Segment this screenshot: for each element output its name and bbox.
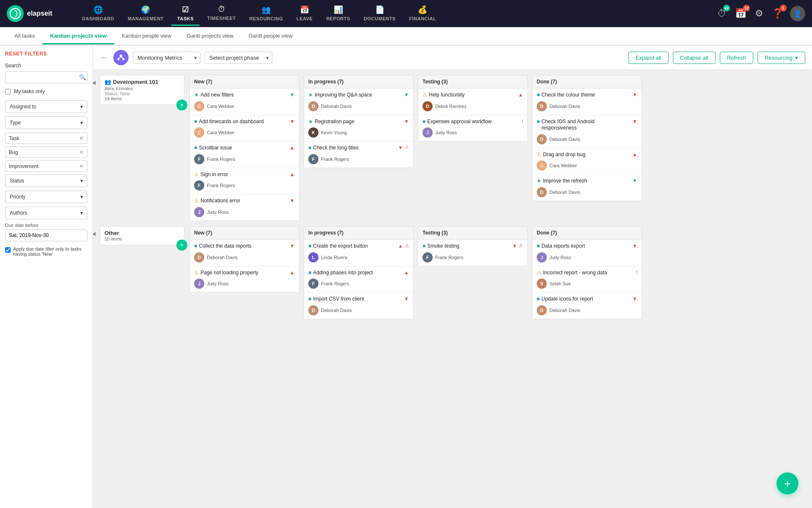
task-card-0-0-4[interactable]: ⚠Notifications error▼JJudy Ross	[190, 194, 299, 221]
help-button[interactable]: ❓ 1	[770, 6, 785, 21]
tab-gantt-people[interactable]: Gantt people view	[241, 28, 300, 44]
task-card-0-0-2[interactable]: ■Scrollbar issue▲FFrank Rogers	[190, 141, 299, 168]
task-card-0-2-1[interactable]: ■Expenses approval workflow!JJudy Ross	[418, 115, 527, 141]
assignee-row-1-0-0: DDeborah Davis	[194, 252, 295, 262]
nav-financial[interactable]: 💰 FINANCIAL	[403, 2, 442, 26]
assignee-name-0-1-1: Kevin Young	[321, 130, 347, 135]
resourcing-button[interactable]: Resourcing ▾	[757, 52, 805, 64]
svg-point-2	[118, 58, 120, 61]
my-tasks-checkbox[interactable]	[5, 89, 11, 94]
task-card-0-1-1[interactable]: ★Registration page▼KKevin Young	[304, 115, 413, 142]
priority-filter[interactable]: Priority ▾	[5, 190, 88, 203]
type-filter[interactable]: Type ▾	[5, 116, 88, 129]
col-header-1-2: Testing (3)	[418, 226, 528, 239]
col-cards-0-0: ★Add new filters▼CCara Webber■Add timeca…	[189, 88, 299, 221]
clock-badge-button[interactable]: ⏱ 42	[716, 6, 728, 21]
task-card-1-3-1[interactable]: ⚠Incorrect report - wrong data!SSelah Su…	[532, 266, 642, 293]
nav-reports[interactable]: 📊 REPORTS	[320, 2, 356, 26]
assignee-name-0-1-0: Deborah Davis	[321, 104, 352, 109]
phase-select-wrapper[interactable]: Select project phase	[205, 52, 272, 64]
group-title-1: Other	[104, 230, 180, 236]
add-group-button-0[interactable]: +	[176, 99, 187, 110]
remove-improvement-tag[interactable]: ✕	[79, 163, 84, 169]
task-card-1-2-0[interactable]: ■Smoke testing▼⚠FFrank Rogers	[418, 240, 527, 266]
due-date-input[interactable]	[5, 229, 88, 241]
financial-icon: 💰	[418, 5, 428, 14]
tab-kanban-people[interactable]: Kanban people view	[114, 28, 179, 44]
nav-leave[interactable]: 📅 LEAVE	[291, 2, 318, 26]
main-layout: RESET FILTERS Search 🔍 My tasks only Ass…	[0, 46, 812, 508]
user-avatar[interactable]: 👤	[790, 6, 805, 21]
tab-gantt-projects[interactable]: Gantt projects view	[179, 28, 241, 44]
nav-resourcing[interactable]: 👥 RESOURCING	[243, 2, 289, 26]
search-input[interactable]	[5, 72, 76, 83]
status-filter[interactable]: Status ▾	[5, 174, 88, 187]
task-card-1-1-2[interactable]: ■Import CSV from client▼DDeborah Davis	[304, 293, 413, 319]
priority-icon-0-1-0: ▼	[404, 92, 409, 98]
nav-dashboard[interactable]: 🌐 DASHBOARD	[76, 2, 120, 26]
assignee-name-1-3-1: Selah Sue	[549, 281, 571, 286]
task-card-0-1-0[interactable]: ★Improving the Q&A space▼DDeborah Davis	[304, 88, 413, 115]
task-card-0-3-2[interactable]: ⚠Drag and drop bug▲CCara Webber	[532, 148, 642, 175]
collapse-arrow-0[interactable]: ◀	[93, 80, 96, 86]
back-arrow[interactable]: ←	[100, 53, 107, 62]
task-card-1-1-0[interactable]: ■Create the export button▲⚠LLinda Rivera	[304, 240, 413, 266]
assignee-avatar-1-3-2: D	[537, 305, 547, 315]
clock-badge: 42	[723, 5, 730, 11]
content-area: ← Monitoring Metrics Select project phas…	[93, 46, 812, 508]
assignee-avatar-0-3-2: C	[537, 160, 547, 171]
priority-icon-0-3-1: ▼	[632, 119, 637, 124]
task-type-icon-1-3-2: ■	[537, 296, 540, 302]
priority-icon-0-0-0: ▼	[290, 92, 295, 98]
nav-timesheet[interactable]: ⏱ TIMESHEET	[201, 2, 241, 25]
task-card-0-3-3[interactable]: ★Improve the refresh▼DDeborah Davis	[532, 174, 642, 201]
task-card-1-0-1[interactable]: ⚠Page not loading properly▲JJudy Ross	[190, 266, 299, 293]
nav-management[interactable]: 🌍 MANAGEMENT	[122, 2, 170, 26]
col-cards-0-1: ★Improving the Q&A space▼DDeborah Davis★…	[304, 88, 414, 168]
task-card-1-1-1[interactable]: ■Adding phases into project▲FFrank Roger…	[304, 266, 413, 293]
task-card-1-0-0[interactable]: ■Collect the data reports▼DDeborah Davis	[190, 240, 299, 266]
authors-filter[interactable]: Authors ▾	[5, 207, 88, 219]
add-group-button-1[interactable]: +	[176, 240, 187, 251]
task-type-icon-1-3-1: ⚠	[537, 270, 541, 276]
task-card-0-0-0[interactable]: ★Add new filters▼CCara Webber	[190, 88, 299, 115]
assigned-to-filter[interactable]: Assigned to ▾	[5, 100, 88, 113]
task-card-1-3-0[interactable]: ■Data reports export▼JJudy Ross	[532, 240, 642, 266]
kanban-row-1: ◀Other10 items+New (7)■Collect the data …	[100, 226, 805, 319]
search-button[interactable]: 🔍	[76, 72, 88, 83]
task-title-text-1-0-0: Collect the data reports	[199, 243, 288, 250]
task-card-0-0-3[interactable]: ⚠Sign in error▲FFrank Rogers	[190, 168, 299, 195]
apply-filter-label[interactable]: Apply due date filter only to tasks havi…	[13, 246, 88, 257]
collapse-all-button[interactable]: Collapse all	[673, 52, 716, 64]
reset-filters-button[interactable]: RESET FILTERS	[5, 51, 88, 57]
logo-area[interactable]: elapseit	[7, 5, 66, 22]
expand-all-button[interactable]: Expand all	[628, 52, 669, 64]
priority-icon-0-0-4: ▼	[290, 198, 295, 204]
refresh-button[interactable]: Refresh	[720, 52, 754, 64]
remove-bug-tag[interactable]: ✕	[79, 149, 84, 155]
task-card-0-3-0[interactable]: ■Check the colour theme▼DDeborah Davis	[532, 88, 642, 115]
fab-add-button[interactable]: +	[776, 472, 798, 494]
nav-documents[interactable]: 📄 DOCUMENTS	[358, 2, 401, 26]
calendar-badge-button[interactable]: 📅 12	[733, 6, 748, 21]
apply-filter-row: Apply due date filter only to tasks havi…	[5, 246, 88, 257]
collapse-arrow-1[interactable]: ◀	[93, 231, 96, 237]
nav-tasks[interactable]: ☑ TASKS	[171, 2, 200, 26]
task-card-0-1-2[interactable]: ■Check the long titles▼⚠FFrank Rogers	[304, 141, 413, 168]
tab-kanban-projects[interactable]: Kanban projects view	[42, 28, 114, 44]
calendar-badge: 12	[743, 5, 750, 11]
task-card-0-2-0[interactable]: ⚠Help functionlity▲DDebra Ramirez	[418, 88, 527, 115]
project-select[interactable]: Monitoring Metrics	[133, 52, 200, 64]
assignee-row-0-0-2: FFrank Rogers	[194, 154, 295, 164]
project-select-wrapper[interactable]: Monitoring Metrics	[133, 52, 200, 64]
phase-select[interactable]: Select project phase	[205, 52, 272, 64]
remove-task-tag[interactable]: ✕	[79, 135, 84, 141]
tab-all-tasks[interactable]: All tasks	[7, 28, 42, 44]
task-card-0-0-1[interactable]: ■Add timecards on dashboard▼CCara Webber	[190, 115, 299, 142]
settings-button[interactable]: ⚙	[753, 6, 765, 21]
task-card-1-3-2[interactable]: ■Update icons for report▼DDeborah Davis	[532, 293, 642, 319]
assignee-avatar-0-0-3: F	[194, 180, 204, 190]
apply-filter-checkbox[interactable]	[5, 247, 11, 253]
task-card-0-3-1[interactable]: ■Check IOS and Android responsiveness▼DD…	[532, 115, 642, 148]
my-tasks-label[interactable]: My tasks only	[14, 88, 45, 94]
